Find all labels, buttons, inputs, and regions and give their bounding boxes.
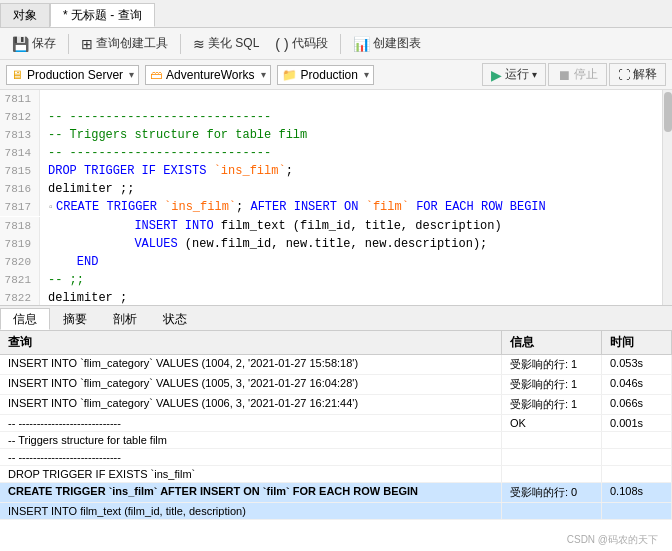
code-editor[interactable]: 7811 7812 -- ---------------------------…	[0, 90, 672, 305]
line-num-7822: 7822	[0, 289, 40, 305]
tab-profiling-label: 剖析	[113, 311, 137, 328]
tab-info[interactable]: 信息	[0, 308, 50, 330]
code-line-7814: 7814 -- ----------------------------	[0, 144, 672, 162]
stop-button[interactable]: ⏹ 停止	[548, 63, 607, 86]
beautify-sql-button[interactable]: ≋ 美化 SQL	[187, 33, 265, 54]
server-selector[interactable]: 🖥 Production Server ▾	[6, 65, 139, 85]
code-snippet-label: 代码段	[292, 35, 328, 52]
header-time: 时间	[602, 331, 672, 354]
result-info-0: 受影响的行: 1	[502, 355, 602, 374]
tab-objects[interactable]: 对象	[0, 3, 50, 27]
result-info-6	[502, 466, 602, 482]
code-line-7813: 7813 -- Triggers structure for table fil…	[0, 126, 672, 144]
query-tool-icon: ⊞	[81, 36, 93, 52]
editor-pane: 7811 7812 -- ---------------------------…	[0, 90, 672, 305]
schema-dropdown-arrow: ▾	[364, 69, 369, 80]
tab-objects-label: 对象	[13, 7, 37, 24]
schema-label: Production	[301, 68, 358, 82]
line-num-7815: 7815	[0, 162, 40, 180]
watermark: CSDN @码农的天下	[567, 533, 658, 547]
save-button[interactable]: 💾 保存	[6, 33, 62, 54]
server-icon: 🖥	[11, 68, 23, 82]
result-time-1: 0.046s	[602, 375, 672, 394]
results-area: 查询 信息 时间 INSERT INTO `flim_category` VAL…	[0, 331, 672, 551]
code-snippet-button[interactable]: ( ) 代码段	[269, 33, 333, 54]
editor-scrollbar[interactable]	[662, 90, 672, 305]
line-content-7818: INSERT INTO film_text (film_id, title, d…	[40, 217, 672, 235]
schema-selector[interactable]: 📁 Production ▾	[277, 65, 374, 85]
line-num-7817: 7817	[0, 198, 40, 216]
beautify-icon: ≋	[193, 36, 205, 52]
database-icon: 🗃	[150, 68, 162, 82]
run-label: 运行	[505, 66, 529, 83]
run-dropdown-arrow: ▾	[532, 69, 537, 80]
result-info-1: 受影响的行: 1	[502, 375, 602, 394]
result-query-7: CREATE TRIGGER `ins_film` AFTER INSERT O…	[0, 483, 502, 502]
result-time-2: 0.066s	[602, 395, 672, 414]
line-content-7822: delimiter ;	[40, 289, 672, 305]
line-content-7817: ▫CREATE TRIGGER `ins_film`; AFTER INSERT…	[40, 198, 672, 217]
result-query-6: DROP TRIGGER IF EXISTS `ins_film`	[0, 466, 502, 482]
result-time-4	[602, 432, 672, 448]
result-row-7: CREATE TRIGGER `ins_film` AFTER INSERT O…	[0, 483, 672, 503]
line-content-7821: -- ;;	[40, 271, 672, 289]
tab-status-label: 状态	[163, 311, 187, 328]
result-time-3: 0.001s	[602, 415, 672, 431]
line-num-7818: 7818	[0, 217, 40, 235]
result-time-0: 0.053s	[602, 355, 672, 374]
result-info-5	[502, 449, 602, 465]
tab-bar: 对象 * 无标题 - 查询	[0, 0, 672, 28]
line-content-7816: delimiter ;;	[40, 180, 672, 198]
line-content-7812: -- ----------------------------	[40, 108, 672, 126]
code-line-7821: 7821 -- ;;	[0, 271, 672, 289]
tab-query[interactable]: * 无标题 - 查询	[50, 3, 155, 27]
line-content-7814: -- ----------------------------	[40, 144, 672, 162]
explain-label: 解释	[633, 66, 657, 83]
line-num-7814: 7814	[0, 144, 40, 162]
save-icon: 💾	[12, 36, 29, 52]
code-line-7818: 7818 INSERT INTO film_text (film_id, tit…	[0, 217, 672, 235]
database-label: AdventureWorks	[166, 68, 254, 82]
line-num-7820: 7820	[0, 253, 40, 271]
result-info-4	[502, 432, 602, 448]
result-query-4: -- Triggers structure for table film	[0, 432, 502, 448]
result-tabs: 信息 摘要 剖析 状态	[0, 305, 672, 331]
result-row-2: INSERT INTO `flim_category` VALUES (1006…	[0, 395, 672, 415]
schema-icon: 📁	[282, 68, 297, 82]
result-info-7: 受影响的行: 0	[502, 483, 602, 502]
stop-icon: ⏹	[557, 67, 571, 83]
line-num-7819: 7819	[0, 235, 40, 253]
tab-profiling[interactable]: 剖析	[100, 308, 150, 330]
create-chart-button[interactable]: 📊 创建图表	[347, 33, 427, 54]
result-time-7: 0.108s	[602, 483, 672, 502]
tab-status[interactable]: 状态	[150, 308, 200, 330]
tab-info-label: 信息	[13, 311, 37, 328]
query-tool-button[interactable]: ⊞ 查询创建工具	[75, 33, 174, 54]
server-label: Production Server	[27, 68, 123, 82]
tab-query-label: * 无标题 - 查询	[63, 7, 142, 24]
save-label: 保存	[32, 35, 56, 52]
create-chart-label: 创建图表	[373, 35, 421, 52]
result-row-1: INSERT INTO `flim_category` VALUES (1005…	[0, 375, 672, 395]
query-tool-label: 查询创建工具	[96, 35, 168, 52]
connection-bar: 🖥 Production Server ▾ 🗃 AdventureWorks ▾…	[0, 60, 672, 90]
server-dropdown-arrow: ▾	[129, 69, 134, 80]
line-num-7812: 7812	[0, 108, 40, 126]
database-selector[interactable]: 🗃 AdventureWorks ▾	[145, 65, 270, 85]
result-row-8: INSERT INTO film_text (film_id, title, d…	[0, 503, 672, 520]
tab-summary[interactable]: 摘要	[50, 308, 100, 330]
code-snippet-icon: ( )	[275, 36, 288, 52]
line-content-7813: -- Triggers structure for table film	[40, 126, 672, 144]
explain-button[interactable]: ⛶ 解释	[609, 63, 666, 86]
line-num-7811: 7811	[0, 90, 40, 108]
toolbar-separator-2	[180, 34, 181, 54]
editor-area: 7811 7812 -- ---------------------------…	[0, 90, 672, 551]
expand-icon-7817[interactable]: ▫	[48, 202, 56, 213]
code-line-7819: 7819 VALUES (new.film_id, new.title, new…	[0, 235, 672, 253]
result-query-8: INSERT INTO film_text (film_id, title, d…	[0, 503, 502, 519]
line-content-7820: END	[40, 253, 672, 271]
result-info-3: OK	[502, 415, 602, 431]
run-button[interactable]: ▶ 运行 ▾	[482, 63, 546, 86]
header-info: 信息	[502, 331, 602, 354]
toolbar-separator-1	[68, 34, 69, 54]
